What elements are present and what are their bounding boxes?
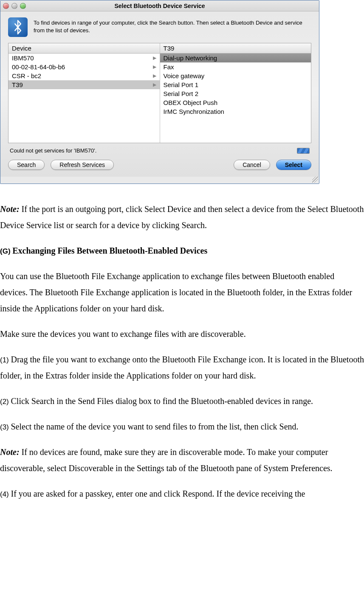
list-item[interactable]: Dial-up Networking [160,54,311,62]
list-item[interactable]: 00-02-81-64-0b-b6▶ [8,62,160,71]
list-item[interactable]: IrMC Synchronization [160,107,311,116]
resize-grip-icon[interactable] [312,177,318,183]
minimize-icon [11,3,17,9]
service-name: OBEX Object Push [164,99,308,106]
device-name: CSR - bc2 [12,72,153,79]
list-item[interactable]: Fax [160,62,311,71]
note-label: Note: [0,447,20,457]
service-name: Serial Port 2 [164,90,308,97]
service-name: Dial-up Networking [164,54,308,62]
note-label: Note: [0,204,20,214]
chevron-right-icon: ▶ [153,55,156,61]
step-2-text: Click Search in the Send Files dialog bo… [11,396,313,406]
list-item[interactable]: CSR - bc2▶ [8,71,160,80]
info-row: To find devices in range of your compute… [8,17,311,37]
document-body: Note: If the port is an outgoing port, c… [0,184,364,502]
section-g-title: Exchanging Files Between Bluetooth-Enabl… [12,246,207,255]
service-name: IrMC Synchronization [164,108,308,115]
zoom-icon[interactable] [20,3,26,9]
bluetooth-service-window: Select Bluetooth Device Service To find … [0,0,319,184]
note-paragraph-2: Note: If no devices are found, make sure… [0,444,364,476]
window-body: To find devices in range of your compute… [0,11,319,177]
close-icon[interactable] [3,3,9,9]
step-2-marker: (2) [0,398,11,406]
list-item[interactable]: IBM570▶ [8,54,160,62]
refresh-services-button[interactable]: Refresh Services [51,160,114,170]
titlebar[interactable]: Select Bluetooth Device Service [0,0,319,11]
note-paragraph-1: Note: If the port is an outgoing port, c… [0,201,364,233]
search-button[interactable]: Search [8,160,45,170]
step-2: (2) Click Search in the Send Files dialo… [0,393,364,409]
device-name: IBM570 [12,54,153,62]
traffic-lights [3,3,26,9]
service-column-header[interactable]: T39 [160,43,311,54]
step-3-marker: (3) [0,423,11,431]
note-1-text: If the port is an outgoing port, click S… [0,204,364,230]
section-g-heading: (G) Exchanging Files Between Bluetooth-E… [0,243,364,259]
device-name: T39 [12,81,153,88]
list-item[interactable]: Serial Port 2 [160,89,311,98]
progress-indicator-icon [297,148,310,154]
list-item[interactable]: Serial Port 1 [160,80,311,89]
section-g-marker: (G) [0,247,12,255]
bluetooth-icon [8,17,28,37]
cancel-button[interactable]: Cancel [234,160,270,170]
list-item[interactable]: Voice gateway [160,71,311,80]
service-name: Fax [164,63,308,71]
list-item[interactable]: T39▶ [8,80,160,89]
columns-browser: Device IBM570▶00-02-81-64-0b-b6▶CSR - bc… [8,43,311,143]
window-title: Select Bluetooth Device Service [114,3,205,9]
paragraph-2: Make sure the devices you want to exchan… [0,326,364,342]
step-1-text: Drag the file you want to exchange onto … [0,355,364,380]
resize-area [0,177,319,184]
step-1: (1) Drag the file you want to exchange o… [0,351,364,384]
chevron-right-icon: ▶ [153,73,156,79]
chevron-right-icon: ▶ [153,82,156,88]
paragraph-1: You can use the Bluetooth File Exchange … [0,268,364,316]
instruction-text: To find devices in range of your compute… [34,17,311,34]
chevron-right-icon: ▶ [153,64,156,70]
service-column: T39 Dial-up NetworkingFaxVoice gatewaySe… [160,43,311,143]
device-name: 00-02-81-64-0b-b6 [12,63,153,71]
step-4-text: If you are asked for a passkey, enter on… [11,489,305,498]
list-item[interactable]: OBEX Object Push [160,98,311,107]
select-button[interactable]: Select [276,160,311,170]
step-4: (4) If you are asked for a passkey, ente… [0,486,364,502]
step-3-text: Select the name of the device you want t… [11,422,299,431]
step-3: (3) Select the name of the device you wa… [0,418,364,435]
service-list[interactable]: Dial-up NetworkingFaxVoice gatewaySerial… [160,54,311,143]
button-row: Search Refresh Services Cancel Select [8,160,311,170]
device-list[interactable]: IBM570▶00-02-81-64-0b-b6▶CSR - bc2▶T39▶ [8,54,160,143]
status-message: Could not get services for 'IBM570'. [10,147,297,154]
device-column: Device IBM570▶00-02-81-64-0b-b6▶CSR - bc… [8,43,160,143]
status-row: Could not get services for 'IBM570'. [8,143,311,160]
service-name: Serial Port 1 [164,81,308,88]
step-4-marker: (4) [0,490,11,498]
note-2-text: If no devices are found, make sure they … [0,447,333,473]
device-column-header[interactable]: Device [8,43,160,54]
step-1-marker: (1) [0,356,11,364]
service-name: Voice gateway [164,72,308,79]
